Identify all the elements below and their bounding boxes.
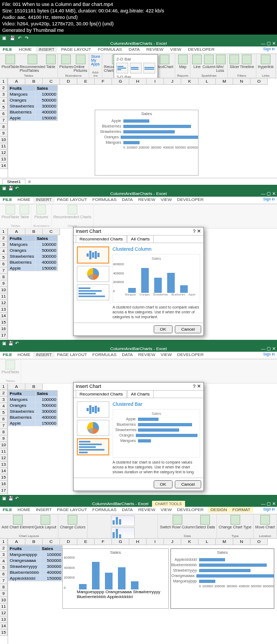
tab-home[interactable]: HOME	[16, 46, 35, 52]
timeline-icon[interactable]	[242, 55, 252, 64]
video-metadata: File: 001 When to use a Column and Bar c…	[0, 0, 277, 35]
tab-formulas[interactable]: FORMULAS	[95, 46, 124, 52]
pivotchart-icon[interactable]	[160, 55, 169, 64]
embedded-bar-chart[interactable]: Sales Apple Blueberries Strawberries Ora…	[95, 110, 199, 176]
chart-thumbnails	[77, 246, 109, 319]
dialog-close-icon[interactable]: ✕	[197, 229, 201, 234]
ribbon-disabled: PivotTableTableTables PicturesIllustrati…	[0, 204, 277, 229]
chart-title: Sales	[95, 110, 198, 117]
change-type-icon[interactable]	[230, 515, 240, 525]
tab-recommended[interactable]: Recommended Charts	[76, 235, 127, 243]
sparkline-icon[interactable]	[192, 55, 202, 64]
excel-icon: ▣	[2, 36, 6, 41]
embedded-column-chart[interactable]: Sales 0200000400000600000 Mangoespppp Or…	[62, 548, 169, 609]
cancel-button[interactable]: Cancel	[175, 480, 201, 488]
table-icon[interactable]	[46, 55, 56, 64]
undo-icon[interactable]: ↶	[15, 186, 19, 191]
style-1[interactable]	[111, 515, 135, 526]
dialog-help-icon[interactable]: ?	[193, 229, 195, 234]
stacked-bar-thumb[interactable]	[130, 63, 142, 73]
excel-frame-3: ▣💾↶ ColumnAndBarCharts - Excel— ▢ ✕ FILE…	[0, 340, 277, 495]
pivottable-icon[interactable]	[5, 55, 15, 64]
quick-layout-icon[interactable]	[41, 515, 50, 525]
hyperlink-icon[interactable]	[261, 55, 271, 64]
bar-strawberries	[123, 130, 175, 133]
cancel-button[interactable]: Cancel	[175, 325, 201, 333]
redo-icon[interactable]: ↷	[25, 36, 29, 41]
thumb-clustered-bar[interactable]	[77, 438, 109, 455]
chart-description: A clustered column chart is used to comp…	[113, 305, 200, 319]
row-headers: 1234567891011121314	[0, 78, 8, 178]
thumb-pie[interactable]	[77, 420, 109, 436]
preview-heading: Clustered Column	[113, 246, 200, 252]
chart-styles-gallery	[88, 514, 159, 538]
bar-chart-gallery: 2-D Bar 3-D Bar More Bar Charts...	[114, 54, 158, 78]
switch-rowcol-icon[interactable]	[173, 515, 182, 525]
sheet1-tab[interactable]: Sheet1	[2, 179, 25, 184]
slicer-icon[interactable]	[229, 55, 239, 64]
window-controls[interactable]: — ▢ ✕	[261, 41, 276, 46]
tab-developer[interactable]: DEVELOPER	[186, 46, 217, 52]
tab-design[interactable]: DESIGN	[208, 507, 230, 513]
save-icon[interactable]: 💾	[8, 186, 14, 191]
col-mangoes	[128, 288, 136, 293]
save-icon[interactable]: 💾	[10, 36, 15, 41]
rec-pivot-icon[interactable]	[28, 55, 37, 64]
tab-pagelayout[interactable]: PAGE LAYOUT	[58, 46, 94, 52]
tab-all-charts[interactable]: All Charts	[127, 235, 154, 243]
meta-audio: Audio: aac, 44100 Hz, stereo (und)	[2, 14, 275, 21]
insert-chart-dialog: Insert Chart? ✕ Recommended ChartsAll Ch…	[73, 227, 204, 336]
tab-insert[interactable]: INSERT	[36, 46, 57, 52]
ok-button[interactable]: OK	[154, 325, 173, 333]
sparkwl-icon[interactable]	[216, 55, 226, 64]
select-data-icon[interactable]	[200, 515, 210, 525]
gallery-header-3d: 3-D Bar	[116, 75, 155, 78]
sheet-tabs: Sheet1⊕	[0, 178, 277, 185]
myapps-link[interactable]: My Apps	[91, 58, 100, 66]
column-headers: ABCDEFGHIJKLMNO	[8, 78, 277, 85]
tab-file[interactable]: FILE	[0, 46, 15, 52]
tab-review[interactable]: REVIEW	[144, 46, 167, 52]
preview-bar-chart: Sales Apple Blueberries Strawberries Ora…	[113, 409, 200, 458]
undo-icon[interactable]: ↶	[18, 36, 22, 41]
ribbon-design: Add Chart ElementQuick LayoutChart Layou…	[0, 514, 277, 539]
thumb-pie[interactable]	[77, 266, 109, 282]
change-colors-icon[interactable]	[68, 515, 77, 525]
x-axis: 0100000200000300000400000500000600000	[123, 146, 198, 149]
col-oranges	[141, 268, 149, 293]
add-sheet-icon[interactable]: ⊕	[28, 179, 31, 184]
bar-mangoes	[123, 141, 140, 144]
embedded-hbar-chart[interactable]: Sales Appledddddd Blueberriebbbb Strawbe…	[170, 548, 274, 609]
quick-access-toolbar: ▣ 💾 ↶ ↷	[0, 35, 277, 41]
meta-gen: Generated by Thumbnail me	[2, 27, 275, 33]
add-element-icon[interactable]	[13, 515, 23, 525]
excel-icon: ▣	[2, 186, 6, 191]
thumb-clustered-column[interactable]	[77, 401, 109, 418]
tab-format[interactable]: FORMAT	[230, 507, 253, 513]
bar-oranges	[121, 136, 198, 139]
online-pics-icon[interactable]	[76, 55, 85, 64]
grid-body[interactable]: ABCDEFGHIJKLMNO FruitsSales Mangoes10000…	[8, 78, 277, 178]
ok-button[interactable]: OK	[154, 480, 173, 488]
move-chart-icon[interactable]	[260, 515, 270, 525]
tab-data[interactable]: DATA	[126, 46, 142, 52]
clustered-bar-thumb[interactable]	[116, 63, 128, 73]
map-icon[interactable]	[178, 55, 188, 64]
ribbon-insert: PivotTableRecommended PivotTablesTableTa…	[0, 54, 277, 78]
tab-view[interactable]: VIEW	[168, 46, 184, 52]
meta-file: File: 001 When to use a Column and Bar c…	[2, 1, 275, 8]
thumb-clustered-column[interactable]	[77, 246, 109, 264]
thumb-clustered-bar[interactable]	[77, 284, 109, 300]
col-blueberries	[167, 273, 175, 293]
data-table[interactable]: FruitsSales Mangoes100000 Oranges500000 …	[8, 85, 58, 121]
store-link[interactable]: Store	[91, 55, 100, 58]
title-bar: ColumnAndBarCharts - Excel — ▢ ✕	[0, 41, 277, 46]
style-2[interactable]	[111, 527, 135, 539]
excel-frame-2: ▣💾↶ ColumnAndBarCharts - Excel— ▢ ✕ FILE…	[0, 185, 277, 340]
sparkcol-icon[interactable]	[204, 55, 214, 64]
pictures-icon[interactable]	[61, 55, 71, 64]
pie-icon	[87, 268, 99, 280]
bar-apple	[123, 119, 149, 123]
100-stacked-bar-thumb[interactable]	[143, 63, 155, 73]
sign-in-link[interactable]: Sign in	[261, 46, 277, 51]
